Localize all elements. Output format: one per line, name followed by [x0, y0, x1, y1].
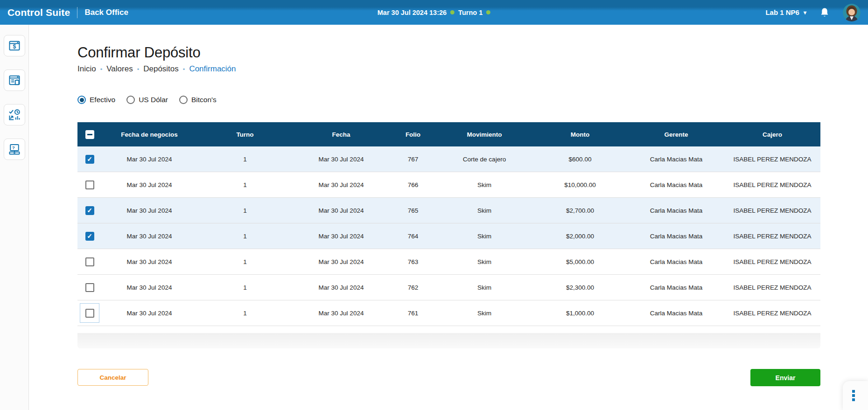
- cash-window-icon: $: [8, 39, 21, 52]
- status-strip: Mar 30 Jul 2024 13:26 Turno 1: [378, 0, 490, 25]
- row-select-cell: ✓: [77, 198, 102, 223]
- table-row: ✓Mar 30 Jul 20241Mar 30 Jul 2024765Skim$…: [77, 198, 820, 223]
- svg-text:$: $: [13, 43, 16, 50]
- row-select-cell: [77, 249, 102, 275]
- cell-gerente: Carla Macias Mata: [628, 223, 724, 249]
- datetime-label: Mar 30 Jul 2024 13:26: [378, 9, 447, 16]
- table-header-row: Fecha de negociosTurnoFechaFolioMovimien…: [77, 122, 820, 146]
- cell-movimiento: Skim: [437, 300, 532, 326]
- cell-cajero: ISABEL PEREZ MENDOZA: [724, 223, 820, 249]
- cell-movimiento: Skim: [437, 223, 532, 249]
- page-title: Confirmar Depósito: [77, 44, 868, 61]
- cell-cajero: ISABEL PEREZ MENDOZA: [724, 249, 820, 275]
- cell-movimiento: Skim: [437, 249, 532, 275]
- sidebar-item-analytics[interactable]: [4, 104, 25, 125]
- breadcrumb-item-confirmación[interactable]: Confirmación: [189, 64, 236, 74]
- station-dropdown[interactable]: Lab 1 NP6 ▾: [765, 8, 806, 16]
- focused-checkbox-outline: [80, 303, 99, 323]
- breadcrumb-item-inicio[interactable]: Inicio: [77, 64, 96, 74]
- cell-gerente: Carla Macias Mata: [628, 172, 724, 198]
- column-header-fecha-de-negocios: Fecha de negocios: [102, 122, 197, 146]
- column-header-fecha: Fecha: [293, 122, 389, 146]
- breadcrumb-separator: •: [100, 66, 103, 73]
- user-avatar[interactable]: [843, 4, 861, 21]
- cell-turno: 1: [197, 275, 293, 300]
- sidebar-item-terminal-help[interactable]: ?: [4, 139, 25, 160]
- sidebar-item-reports[interactable]: [4, 69, 25, 91]
- cell-fecha-de-negocios: Mar 30 Jul 2024: [102, 146, 197, 172]
- column-header-movimiento: Movimiento: [437, 122, 532, 146]
- breadcrumb-separator: •: [183, 66, 185, 73]
- cell-fecha: Mar 30 Jul 2024: [293, 275, 389, 300]
- main-content: Confirmar Depósito Inicio•Valores•Depósi…: [29, 25, 868, 410]
- select-all-cell: [77, 122, 102, 146]
- module-title: Back Office: [84, 8, 128, 17]
- column-header-turno: Turno: [197, 122, 293, 146]
- cell-folio: 767: [389, 146, 437, 172]
- cancel-button[interactable]: Cancelar: [77, 369, 148, 386]
- row-checkbox[interactable]: ✓: [85, 232, 94, 241]
- row-checkbox[interactable]: [85, 309, 94, 318]
- table-row: Mar 30 Jul 20241Mar 30 Jul 2024761Skim$1…: [77, 300, 820, 326]
- row-checkbox[interactable]: [85, 257, 94, 266]
- sidebar-item-deposits[interactable]: $: [4, 35, 25, 56]
- cell-fecha-de-negocios: Mar 30 Jul 2024: [102, 249, 197, 275]
- breadcrumb-separator: •: [137, 66, 140, 73]
- radio-option-bitcon-s[interactable]: Bitcon's: [179, 96, 217, 104]
- cell-fecha: Mar 30 Jul 2024: [293, 223, 389, 249]
- check-icon: ✓: [87, 207, 92, 214]
- row-select-cell: ✓: [77, 223, 102, 249]
- table-footer-strip: [77, 333, 820, 348]
- cell-fecha: Mar 30 Jul 2024: [293, 172, 389, 198]
- cell-cajero: ISABEL PEREZ MENDOZA: [724, 198, 820, 223]
- select-all-checkbox[interactable]: [85, 130, 94, 139]
- analytics-clock-icon: [8, 108, 21, 121]
- payment-type-radio-group: EfectivoUS DólarBitcon's: [77, 96, 868, 104]
- table-row: ✓Mar 30 Jul 20241Mar 30 Jul 2024764Skim$…: [77, 223, 820, 249]
- deposits-table-wrap: Fecha de negociosTurnoFechaFolioMovimien…: [77, 122, 820, 348]
- cell-turno: 1: [197, 223, 293, 249]
- cell-fecha-de-negocios: Mar 30 Jul 2024: [102, 275, 197, 300]
- corner-options-card[interactable]: [843, 381, 868, 410]
- row-checkbox[interactable]: [85, 283, 94, 292]
- cell-fecha: Mar 30 Jul 2024: [293, 249, 389, 275]
- breadcrumb-item-depósitos[interactable]: Depósitos: [143, 64, 179, 74]
- cell-cajero: ISABEL PEREZ MENDOZA: [724, 146, 820, 172]
- radio-option-efectivo[interactable]: Efectivo: [77, 96, 115, 104]
- app-brand: Control Suite: [7, 7, 70, 18]
- cell-monto: $10,000.00: [532, 172, 628, 198]
- cell-gerente: Carla Macias Mata: [628, 146, 724, 172]
- cell-turno: 1: [197, 146, 293, 172]
- cell-folio: 762: [389, 275, 437, 300]
- column-header-cajero: Cajero: [724, 122, 820, 146]
- radio-label: Bitcon's: [191, 96, 217, 104]
- cell-turno: 1: [197, 172, 293, 198]
- notifications-button[interactable]: [819, 7, 830, 18]
- cell-folio: 764: [389, 223, 437, 249]
- cell-fecha-de-negocios: Mar 30 Jul 2024: [102, 198, 197, 223]
- cell-fecha-de-negocios: Mar 30 Jul 2024: [102, 172, 197, 198]
- submit-button[interactable]: Enviar: [750, 369, 820, 386]
- row-select-cell: [77, 300, 102, 326]
- cell-turno: 1: [197, 249, 293, 275]
- row-checkbox[interactable]: ✓: [85, 155, 94, 164]
- actions-row: Cancelar Enviar: [77, 369, 820, 386]
- table-row: Mar 30 Jul 20241Mar 30 Jul 2024763Skim$5…: [77, 249, 820, 275]
- cell-folio: 763: [389, 249, 437, 275]
- cell-monto: $2,700.00: [532, 198, 628, 223]
- row-checkbox[interactable]: [85, 181, 94, 189]
- radio-option-us-d-lar[interactable]: US Dólar: [126, 96, 168, 104]
- brand-divider: [77, 7, 77, 18]
- cell-monto: $5,000.00: [532, 249, 628, 275]
- cell-cajero: ISABEL PEREZ MENDOZA: [724, 275, 820, 300]
- cell-fecha: Mar 30 Jul 2024: [293, 146, 389, 172]
- column-header-monto: Monto: [532, 122, 628, 146]
- cell-folio: 765: [389, 198, 437, 223]
- row-checkbox[interactable]: ✓: [85, 206, 94, 215]
- breadcrumb-item-valores[interactable]: Valores: [106, 64, 133, 74]
- datetime-status-dot-icon: [450, 10, 455, 14]
- row-select-cell: [77, 172, 102, 198]
- row-select-cell: ✓: [77, 146, 102, 172]
- cell-fecha: Mar 30 Jul 2024: [293, 198, 389, 223]
- column-header-folio: Folio: [389, 122, 437, 146]
